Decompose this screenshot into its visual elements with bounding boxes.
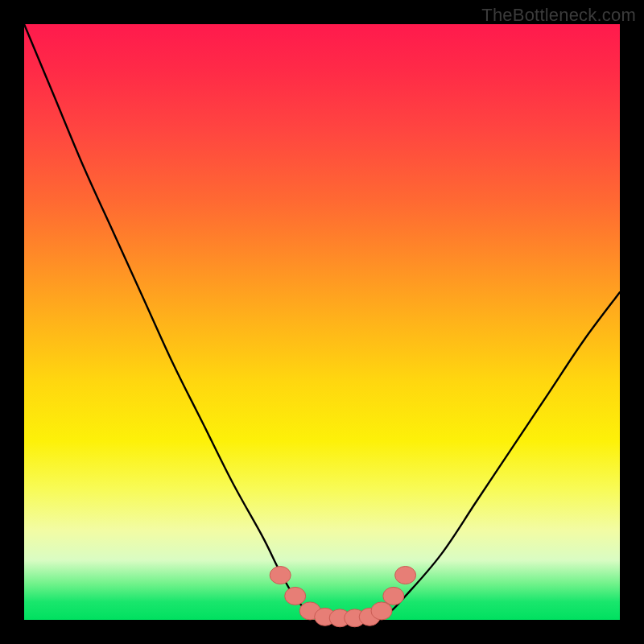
watermark-text: TheBottleneck.com	[481, 5, 636, 26]
plot-area	[24, 24, 620, 620]
curve-marker	[285, 587, 306, 605]
bottleneck-curve-path	[24, 24, 620, 621]
curve-marker	[371, 602, 392, 620]
curve-marker	[383, 587, 404, 605]
chart-frame: TheBottleneck.com	[0, 0, 644, 644]
curve-marker	[395, 567, 416, 584]
curve-marker	[270, 567, 291, 584]
curve-svg	[24, 24, 620, 620]
marker-group	[270, 567, 415, 627]
